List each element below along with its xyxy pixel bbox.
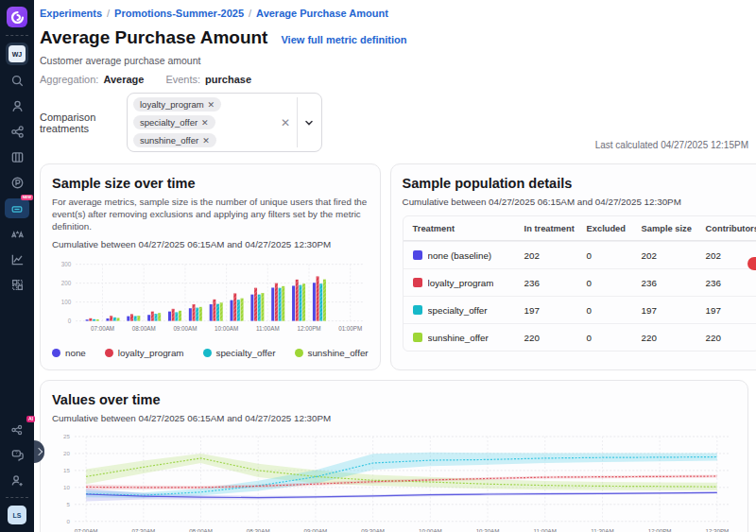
population-title: Sample population details: [403, 176, 756, 191]
remove-chip-icon[interactable]: ✕: [201, 118, 209, 128]
main-content: Experiments/Promotions-Summer-2025/Avera…: [34, 0, 756, 532]
svg-text:12:30PM: 12:30PM: [706, 527, 730, 532]
events-label: Events:: [165, 74, 200, 85]
metrics-chart-icon[interactable]: [5, 249, 29, 269]
last-calculated: Last calculated 04/27/2025 12:15PM: [595, 140, 748, 150]
statsig-logo[interactable]: [7, 7, 27, 27]
svg-text:07:00AM: 07:00AM: [91, 325, 114, 332]
treatment-chip-label: loyalty_program: [140, 99, 204, 110]
table-header-row: TreatmentIn treatmentExcludedSample size…: [404, 216, 756, 241]
svg-text:08:00AM: 08:00AM: [132, 325, 156, 332]
svg-text:11:30AM: 11:30AM: [591, 527, 613, 532]
table-row: none (baseline)2020202202: [404, 241, 756, 268]
svg-text:09:30AM: 09:30AM: [361, 527, 385, 532]
table-row: sunshine_offer2200220220: [404, 323, 756, 351]
view-metric-definition-link[interactable]: View full metric definition: [281, 34, 406, 45]
treatment-chip-label: specialty_offer: [140, 117, 198, 128]
new-badge: NEW: [21, 195, 33, 200]
values-line-chart: 051015202507:00AM07:30AM08:00AM08:30AM09…: [52, 429, 736, 532]
chevron-down-icon[interactable]: [304, 118, 314, 128]
sidebar-divider: [6, 35, 28, 36]
legend-label: specialty_offer: [216, 348, 276, 358]
select-divider: [297, 97, 298, 147]
treatment-chip[interactable]: sunshine_offer✕: [133, 133, 216, 147]
contributors-cell: 197: [706, 305, 756, 316]
table-column-header: Treatment: [413, 224, 524, 233]
legend-label: none: [65, 348, 86, 358]
sample-size-cell: 220: [642, 333, 706, 343]
svg-text:08:00AM: 08:00AM: [189, 527, 213, 532]
table-column-header: Sample size: [642, 224, 706, 233]
svg-text:10:00AM: 10:00AM: [215, 325, 238, 332]
legend-color-dot: [105, 349, 113, 357]
legend-item: loyalty_program: [105, 348, 184, 358]
legend-item: specialty_offer: [203, 348, 276, 358]
support-chat-icon[interactable]: ?: [5, 445, 29, 465]
treatment-name: sunshine_offer: [428, 333, 489, 343]
ai-assist-icon[interactable]: AI: [5, 420, 29, 439]
notification-dot[interactable]: [747, 257, 756, 270]
table-row: loyalty_program2360236236: [404, 268, 756, 296]
remove-chip-icon[interactable]: ✕: [208, 100, 215, 110]
svg-text:10:30AM: 10:30AM: [476, 527, 500, 532]
svg-text:11:00AM: 11:00AM: [256, 325, 280, 332]
sample-size-cell: 197: [642, 305, 706, 316]
treatment-name: loyalty_program: [428, 278, 494, 288]
breadcrumb-link[interactable]: Promotions-Summer-2025: [114, 8, 244, 19]
contributors-cell: 236: [706, 278, 756, 288]
aggregation-row: Aggregation: Average Events: purchase: [40, 74, 748, 85]
breadcrumb-link[interactable]: Average Purchase Amount: [256, 8, 388, 19]
svg-text:09:00AM: 09:00AM: [173, 325, 197, 332]
treatment-color-swatch: [413, 305, 422, 315]
treatment-cell: none (baseline): [413, 250, 524, 261]
share-nodes-icon[interactable]: [5, 122, 29, 142]
in-treatment-cell: 197: [524, 305, 587, 316]
search-icon[interactable]: [5, 71, 29, 91]
treatment-chip[interactable]: loyalty_program✕: [133, 97, 221, 112]
sample-size-description: For average metrics, sample size is the …: [52, 196, 369, 233]
sample-size-title: Sample size over time: [52, 176, 369, 191]
cards-area: Sample size over time For average metric…: [40, 163, 748, 532]
table-column-header: Contributors: [706, 224, 756, 233]
svg-text:10:00AM: 10:00AM: [419, 527, 442, 532]
excluded-cell: 0: [587, 333, 642, 343]
columns-icon[interactable]: [5, 147, 29, 167]
pulse-icon[interactable]: [5, 173, 29, 193]
svg-text:07:30AM: 07:30AM: [131, 527, 155, 532]
invite-user-icon[interactable]: [5, 471, 29, 490]
excluded-cell: 0: [587, 250, 642, 261]
breadcrumb-separator: /: [249, 8, 251, 19]
clear-selection-icon[interactable]: ✕: [281, 116, 290, 129]
table-column-header: Excluded: [587, 224, 642, 233]
ab-test-icon[interactable]: [5, 224, 29, 244]
events-value: purchase: [205, 74, 251, 85]
legend-item: none: [52, 348, 86, 358]
comparison-treatments-select[interactable]: loyalty_program✕specialty_offer✕sunshine…: [127, 93, 322, 152]
breadcrumb-separator: /: [107, 8, 110, 19]
user-avatar-badge[interactable]: LS: [8, 506, 26, 524]
remove-chip-icon[interactable]: ✕: [202, 136, 210, 146]
excluded-cell: 0: [587, 278, 642, 288]
treatment-cell: sunshine_offer: [413, 333, 524, 343]
experiments-icon[interactable]: NEW: [5, 198, 29, 218]
treatment-chip-label: sunshine_offer: [140, 135, 198, 146]
svg-text:200: 200: [61, 280, 72, 286]
treatment-chip[interactable]: specialty_offer✕: [133, 115, 215, 129]
svg-text:08:30AM: 08:30AM: [247, 527, 270, 532]
treatment-cell: loyalty_program: [413, 278, 524, 288]
comparison-treatments-label: Comparison treatments: [40, 112, 127, 134]
metric-subtitle: Customer average purchase amount: [40, 55, 748, 66]
breadcrumb-link[interactable]: Experiments: [40, 8, 102, 19]
workspace-badge[interactable]: WJ: [6, 43, 28, 65]
dashboards-grid-icon[interactable]: [5, 275, 29, 295]
legend-label: loyalty_program: [118, 348, 184, 358]
svg-text:300: 300: [61, 261, 72, 267]
treatment-color-swatch: [413, 333, 422, 342]
treatment-chips: loyalty_program✕specialty_offer✕sunshine…: [133, 97, 275, 147]
user-icon[interactable]: [5, 96, 29, 116]
sidebar: WJ NEW AI ? LS: [0, 0, 34, 532]
bar-chart-legend: noneloyalty_programspecialty_offersunshi…: [52, 348, 369, 358]
svg-text:07:00AM: 07:00AM: [75, 527, 98, 532]
in-treatment-cell: 220: [524, 333, 587, 343]
svg-text:12:00PM: 12:00PM: [297, 325, 320, 332]
